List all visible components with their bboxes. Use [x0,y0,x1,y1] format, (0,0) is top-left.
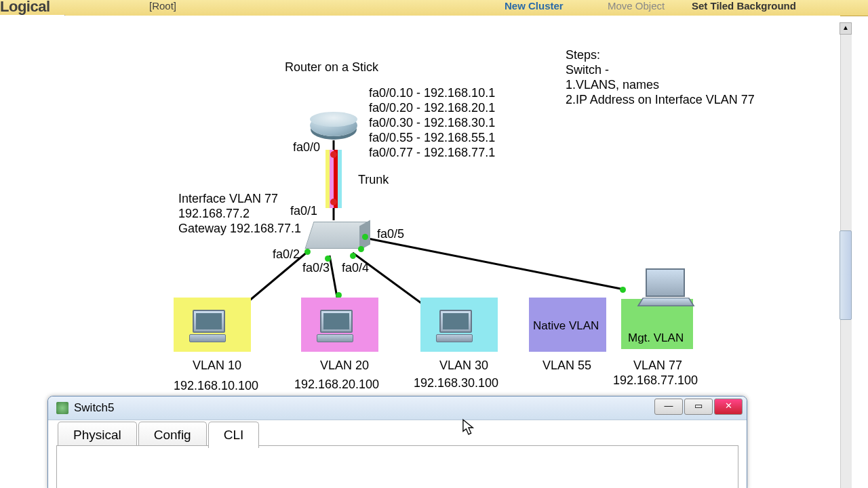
svg-line-9 [365,238,624,289]
steps-l1: Switch - [566,63,609,77]
subif-label: fa0/0.30 - 192.168.30.1 [369,116,495,130]
host-vlan30[interactable] [420,298,498,352]
subif-label: fa0/0.77 - 192.168.77.1 [369,146,495,160]
set-tiled-background-button[interactable]: Set Tiled Background [692,0,796,12]
top-toolbar: Logical [Root] New Cluster Move Object S… [0,0,868,16]
host-ip: 192.168.77.100 [613,373,698,388]
subif-label: fa0/0.55 - 192.168.55.1 [369,131,495,145]
host-name: VLAN 55 [542,359,591,373]
steps-l3: 2.IP Address on Interface VLAN 77 [566,93,755,107]
host-ip: 192.168.30.100 [414,376,498,390]
pc-icon [320,310,357,338]
svi-ip-label: 192.168.77.2 [178,207,250,221]
window-title-text: Switch5 [74,401,115,414]
link-led [620,287,626,293]
host-vlan10[interactable] [174,298,251,352]
switch-uplink-label: fa0/1 [290,204,317,218]
host-name: VLAN 10 [193,359,241,373]
trunk-label: Trunk [358,173,389,187]
tab-cli[interactable]: CLI [208,422,260,448]
scroll-thumb[interactable] [840,230,852,320]
root-breadcrumb[interactable]: [Root] [149,0,176,12]
host-ip: 192.168.20.100 [294,378,379,392]
device-window[interactable]: Switch5 — ▭ ✕ Physical Config CLI [47,396,747,488]
move-object-button[interactable]: Move Object [608,0,665,12]
link-led [304,249,311,255]
host-vlan20[interactable] [301,298,378,352]
close-button[interactable]: ✕ [714,399,743,415]
window-titlebar[interactable]: Switch5 — ▭ ✕ [48,396,747,420]
steps-head: Steps: [566,48,600,62]
host-name: VLAN 30 [439,359,488,373]
host-ip: 192.168.10.100 [174,379,258,393]
link-led [350,253,356,259]
pc-icon [193,310,229,338]
link-led [358,246,364,252]
svi-label: Interface VLAN 77 [178,192,278,206]
subif-label: fa0/0.10 - 192.168.10.1 [369,86,495,100]
subif-label: fa0/0.20 - 192.168.20.1 [369,101,495,115]
port-label: fa0/2 [273,247,300,262]
host-name: VLAN 20 [320,359,369,373]
tab-config[interactable]: Config [138,422,207,448]
native-vlan-label: Native VLAN [533,319,599,333]
mgt-vlan-label: Mgt. VLAN [628,331,684,345]
tab-bar: Physical Config CLI [58,422,260,448]
router-top [310,112,357,127]
link-led [330,151,337,158]
router-port-label: fa0/0 [293,140,320,155]
port-label: fa0/5 [377,227,404,241]
logical-label: Logical [0,0,50,16]
switch-window-icon [56,402,68,414]
tab-physical[interactable]: Physical [58,422,137,448]
minimize-button[interactable]: — [654,399,683,415]
host-name: VLAN 77 [633,359,682,373]
laptop-device[interactable] [640,268,689,308]
link-led [330,199,337,205]
port-label: fa0/3 [302,261,330,275]
new-cluster-button[interactable]: New Cluster [505,0,564,12]
svi-gw-label: Gateway 192.168.77.1 [178,222,301,236]
app-root: Logical [Root] New Cluster Move Object S… [0,0,868,488]
steps-l2: 1.VLANS, names [566,78,659,92]
link-led [362,234,368,240]
port-label: fa0/4 [342,261,369,275]
maximize-button[interactable]: ▭ [684,399,713,415]
title-label: Router on a Stick [285,60,378,75]
scroll-up-button[interactable]: ▲ [840,22,852,35]
pc-icon [439,310,476,338]
tab-content[interactable] [56,445,738,488]
